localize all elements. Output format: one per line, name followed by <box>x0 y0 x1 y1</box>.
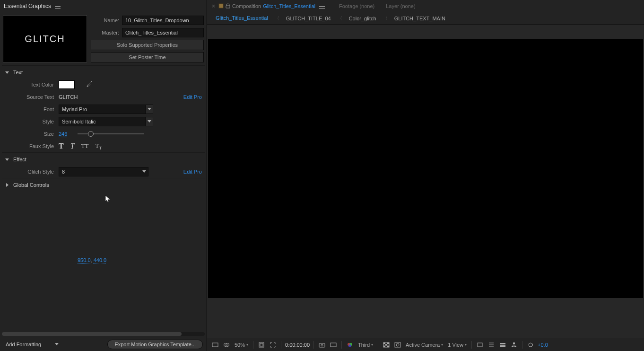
panel-title: Essential Graphics <box>4 3 51 9</box>
eyedropper-icon[interactable] <box>85 81 93 88</box>
essential-graphics-panel: Essential Graphics GLITCH Name: Master: … <box>0 0 207 351</box>
export-mogrt-button[interactable]: Export Motion Graphics Template... <box>107 340 203 349</box>
panel-menu-icon[interactable] <box>55 4 61 9</box>
add-formatting-label: Add Formatting <box>6 342 41 347</box>
chevron-right-icon <box>5 183 9 187</box>
composition-name: Glitch_Titles_Essential <box>263 3 315 9</box>
faux-style-row: Faux Style T T TT TT <box>2 140 205 152</box>
channel-icon[interactable] <box>346 341 354 349</box>
camera-select[interactable]: Active Camera ▾ <box>405 342 444 348</box>
chevron-left-icon: 〈 <box>383 15 388 22</box>
meta-fields: Name: Master: Solo Supported Properties … <box>91 15 204 62</box>
all-caps-button[interactable]: TT <box>81 142 89 150</box>
tab-menu-icon[interactable] <box>319 4 325 9</box>
text-color-label: Text Color <box>16 82 54 88</box>
poster-thumbnail[interactable]: GLITCH <box>3 15 87 62</box>
solo-supported-button[interactable]: Solo Supported Properties <box>91 40 204 50</box>
composition-tab[interactable]: × Composition Glitch_Titles_Essential <box>209 0 328 12</box>
magnification-icon[interactable] <box>211 341 219 349</box>
show-snapshot-icon[interactable] <box>329 341 338 349</box>
lock-icon[interactable] <box>226 3 230 9</box>
zoom-select[interactable]: 50% ▾ <box>234 342 249 348</box>
reset-exposure-icon[interactable] <box>526 341 535 349</box>
text-color-row: Text Color <box>2 79 205 91</box>
comp-tab-icon <box>218 3 224 9</box>
view-select[interactable]: 1 View ▾ <box>447 342 468 348</box>
master-label: Master: <box>91 30 119 35</box>
resolution-icon[interactable] <box>257 341 266 349</box>
slider-thumb[interactable] <box>88 131 94 137</box>
breadcrumb-item[interactable]: GLITCH_TITLE_04 <box>283 15 334 22</box>
transparency-grid-icon[interactable] <box>382 341 391 349</box>
add-formatting-select[interactable]: Add Formatting <box>4 340 61 349</box>
name-input[interactable] <box>122 16 204 25</box>
scrollbar-thumb[interactable] <box>2 332 182 336</box>
breadcrumb-item[interactable]: GLITCH_TEXT_MAIN <box>392 15 448 22</box>
svg-rect-22 <box>500 345 505 347</box>
timecode-value[interactable]: 0:00:00:00 <box>285 342 310 348</box>
breadcrumb: Glitch_Titles_Essential 〈 GLITCH_TITLE_0… <box>207 12 644 25</box>
group-header-global[interactable]: Global Controls <box>2 178 205 191</box>
timeline-icon[interactable] <box>498 341 507 349</box>
faux-style-label: Faux Style <box>16 143 54 149</box>
font-select[interactable]: Myriad Pro <box>59 105 153 114</box>
coordinate-row: 950.0, 440.0 <box>2 257 205 263</box>
flowchart-icon[interactable] <box>510 341 518 349</box>
breadcrumb-item[interactable]: Color_glitch <box>346 15 379 22</box>
pixel-aspect-icon[interactable] <box>476 341 484 349</box>
source-text-value[interactable]: GLITCH <box>59 94 78 100</box>
svg-point-26 <box>529 343 532 347</box>
small-caps-button[interactable]: TT <box>95 142 101 150</box>
glitch-style-select[interactable]: 8 <box>59 167 148 176</box>
edit-properties-link-effect[interactable]: Edit Pro <box>183 169 205 175</box>
viewer-tabs: × Composition Glitch_Titles_Essential Fo… <box>207 0 644 12</box>
breadcrumb-item[interactable]: Glitch_Titles_Essential <box>213 14 271 22</box>
style-select[interactable]: Semibold Italic <box>59 117 153 126</box>
set-poster-time-button[interactable]: Set Poster Time <box>91 52 204 62</box>
separator <box>313 341 314 349</box>
chevron-down-icon <box>5 157 9 162</box>
quality-select[interactable]: Third ▾ <box>357 342 374 348</box>
style-value: Semibold Italic <box>62 119 96 124</box>
roi-icon[interactable] <box>269 341 277 349</box>
coord-y[interactable]: 440.0 <box>94 257 107 263</box>
source-text-row: Source Text GLITCH Edit Pro <box>2 91 205 103</box>
group-header-effect[interactable]: Effect <box>2 152 205 166</box>
footage-tab[interactable]: Footage (none) <box>330 3 374 9</box>
chevron-down-icon: ▾ <box>465 342 467 347</box>
svg-rect-20 <box>478 343 482 347</box>
coord-x[interactable]: 950.0 <box>78 257 91 263</box>
camera-value: Active Camera <box>406 342 440 348</box>
svg-point-19 <box>396 343 399 346</box>
separator <box>471 341 472 349</box>
master-input[interactable] <box>122 28 204 37</box>
text-color-swatch[interactable] <box>59 80 75 89</box>
group-title-text: Text <box>13 70 23 75</box>
chevron-down-icon <box>145 105 153 114</box>
size-value[interactable]: 246 <box>59 131 67 137</box>
panel-header: Essential Graphics <box>0 0 207 12</box>
horizontal-scrollbar[interactable] <box>2 332 205 336</box>
close-icon[interactable]: × <box>212 3 217 9</box>
svg-rect-17 <box>387 345 389 347</box>
edit-properties-link-text[interactable]: Edit Pro <box>183 94 205 100</box>
mask-icon[interactable] <box>393 341 402 349</box>
size-slider[interactable] <box>78 133 144 134</box>
svg-point-11 <box>348 344 351 347</box>
chevron-down-icon: ▾ <box>441 342 443 347</box>
faux-bold-button[interactable]: T <box>59 142 64 150</box>
font-label: Font <box>16 106 54 112</box>
size-label: Size <box>16 131 54 137</box>
exposure-value[interactable]: +0.0 <box>538 342 548 348</box>
layer-tab[interactable]: Layer (none) <box>376 3 415 9</box>
svg-rect-13 <box>383 342 385 344</box>
snapshot-icon[interactable] <box>318 341 326 349</box>
svg-rect-0 <box>219 4 223 8</box>
composition-canvas[interactable] <box>208 39 643 298</box>
left-footer: Add Formatting Export Motion Graphics Te… <box>0 337 207 351</box>
separator <box>522 341 522 349</box>
group-header-text[interactable]: Text <box>2 65 205 79</box>
fast-previews-icon[interactable] <box>487 341 496 349</box>
faux-italic-button[interactable]: T <box>70 142 75 150</box>
alpha-icon[interactable] <box>222 341 231 349</box>
